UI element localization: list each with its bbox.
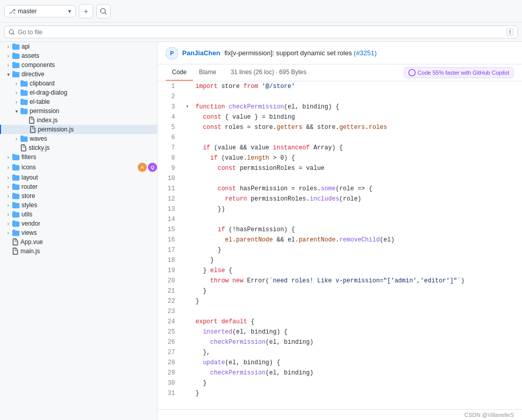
line-code: if (value && value instanceof Array) { (191, 143, 343, 153)
chevron-down-icon: ▾ (68, 8, 71, 15)
sidebar-item-label: vendor (21, 220, 157, 227)
line-code: } (191, 245, 221, 255)
commit-author[interactable]: PanJiaChen (182, 49, 220, 57)
line-code: export default { (191, 317, 254, 327)
line-code: inserted(el, binding) { (191, 327, 288, 337)
line-number: 29 (158, 368, 183, 378)
sidebar: ›api›assets›components▾directive›clipboa… (0, 42, 158, 420)
footer: CSDN @VillanelleS (158, 409, 522, 420)
code-line: 27 }, (158, 347, 522, 358)
top-bar: ⎇ master ▾ + (0, 0, 522, 23)
search-input[interactable] (18, 29, 504, 36)
line-code: throw new Error(`need roles! Like v-perm… (191, 276, 465, 286)
sidebar-item-App-vue[interactable]: App.vue (0, 237, 157, 247)
sidebar-item-label: api (21, 43, 157, 50)
sidebar-item-components[interactable]: ›components (0, 60, 157, 70)
line-code: } (191, 388, 199, 399)
line-number: 10 (158, 173, 183, 184)
chevron-icon: › (12, 136, 20, 142)
line-code: const permissionRoles = value (191, 163, 324, 173)
line-number: 13 (158, 204, 183, 214)
line-code: }, (191, 347, 210, 358)
code-line: 11 const hasPermission = roles.some(role… (158, 184, 522, 194)
sidebar-item-styles[interactable]: ›styles (0, 201, 157, 210)
sidebar-item-router[interactable]: ›router (0, 182, 157, 191)
sidebar-item-assets[interactable]: ›assets (0, 51, 157, 60)
chevron-icon: › (4, 193, 12, 199)
avatar: P (166, 47, 178, 59)
add-button[interactable]: + (79, 4, 93, 18)
sidebar-item-sticky-js[interactable]: sticky.js (0, 143, 157, 152)
line-number: 6 (158, 132, 183, 143)
commit-pr-link[interactable]: (#3251) (354, 49, 377, 57)
tab-blame[interactable]: Blame (193, 64, 223, 81)
line-number: 19 (158, 266, 183, 276)
code-line: 10 (158, 173, 522, 184)
code-line: 1 import store from '@/store' (158, 81, 522, 92)
line-code: update(el, binding) { (191, 358, 280, 368)
badge-purple: Q (148, 163, 157, 172)
sidebar-item-label: assets (21, 52, 157, 59)
sidebar-item-main-js[interactable]: main.js (0, 247, 157, 256)
commit-message: fix[v-permission]: support dynamic set r… (224, 49, 514, 57)
copilot-badge[interactable]: Code 55% faster with GitHub Copilot (404, 67, 514, 78)
chevron-icon: › (4, 175, 12, 181)
sidebar-item-label: el-drag-dialog (30, 89, 157, 96)
line-number: 12 (158, 194, 183, 204)
expand-icon[interactable]: ▾ (183, 102, 191, 112)
sidebar-item-label: views (21, 229, 157, 236)
sidebar-item-utils[interactable]: ›utils (0, 210, 157, 219)
line-code: checkPermission(el, binding) (191, 337, 313, 347)
sidebar-item-clipboard[interactable]: ›clipboard (0, 79, 157, 88)
svg-text:P: P (170, 50, 173, 56)
sidebar-item-el-drag-dialog[interactable]: ›el-drag-dialog (0, 88, 157, 97)
code-line: 22 } (158, 296, 522, 306)
branch-name: master (18, 8, 66, 15)
line-number: 9 (158, 163, 183, 173)
chevron-icon: › (4, 221, 12, 227)
sidebar-item-layout[interactable]: ›layout (0, 173, 157, 182)
chevron-icon: › (4, 203, 12, 208)
line-number: 27 (158, 347, 183, 358)
sidebar-item-permission-js[interactable]: permission.js (0, 125, 157, 134)
line-number: 22 (158, 296, 183, 306)
branch-icon: ⎇ (9, 8, 16, 15)
code-line: 21 } (158, 286, 522, 296)
line-number: 17 (158, 245, 183, 255)
line-code: }) (191, 204, 225, 214)
line-code: } (191, 378, 207, 388)
sidebar-item-views[interactable]: ›views (0, 228, 157, 237)
sidebar-item-icons[interactable]: ›icons A Q (0, 162, 157, 173)
branch-selector[interactable]: ⎇ master ▾ (4, 5, 76, 17)
code-panel: P PanJiaChen fix[v-permission]: support … (158, 42, 522, 420)
tab-code[interactable]: Code (166, 64, 193, 81)
sidebar-item-filters[interactable]: ›filters (0, 152, 157, 162)
sidebar-item-vendor[interactable]: ›vendor (0, 219, 157, 228)
code-line: 29 checkPermission(el, binding) (158, 368, 522, 378)
main-layout: ›api›assets›components▾directive›clipboa… (0, 42, 522, 420)
code-line: 16 el.parentNode && el.parentNode.remove… (158, 235, 522, 245)
chevron-icon: › (4, 230, 12, 236)
file-meta: 31 lines (26 loc) · 695 Bytes (223, 64, 307, 81)
search-button[interactable] (96, 4, 111, 18)
code-line: 14 (158, 214, 522, 225)
sidebar-item-label: layout (21, 174, 157, 181)
line-number: 31 (158, 388, 183, 399)
sidebar-item-label: App.vue (20, 238, 157, 246)
sidebar-item-directive[interactable]: ▾directive (0, 70, 157, 79)
copilot-text: Code 55% faster with GitHub Copilot (418, 70, 509, 76)
line-number: 16 (158, 235, 183, 245)
sidebar-item-api[interactable]: ›api (0, 42, 157, 51)
sidebar-item-label: components (21, 61, 157, 69)
footer-text: CSDN @VillanelleS (464, 412, 514, 418)
sidebar-item-el-table[interactable]: ›el-table (0, 97, 157, 106)
sidebar-item-waves[interactable]: ›waves (0, 134, 157, 143)
sidebar-item-index-js[interactable]: index.js (0, 116, 157, 125)
search-input-wrap[interactable]: t (4, 26, 518, 38)
code-line: 2 (158, 92, 522, 102)
code-line: 24 export default { (158, 317, 522, 327)
code-line: 8 if (value.length > 0) { (158, 153, 522, 163)
sidebar-item-permission[interactable]: ▾permission (0, 106, 157, 116)
sidebar-item-store[interactable]: ›store (0, 191, 157, 201)
chevron-icon: › (4, 165, 12, 170)
